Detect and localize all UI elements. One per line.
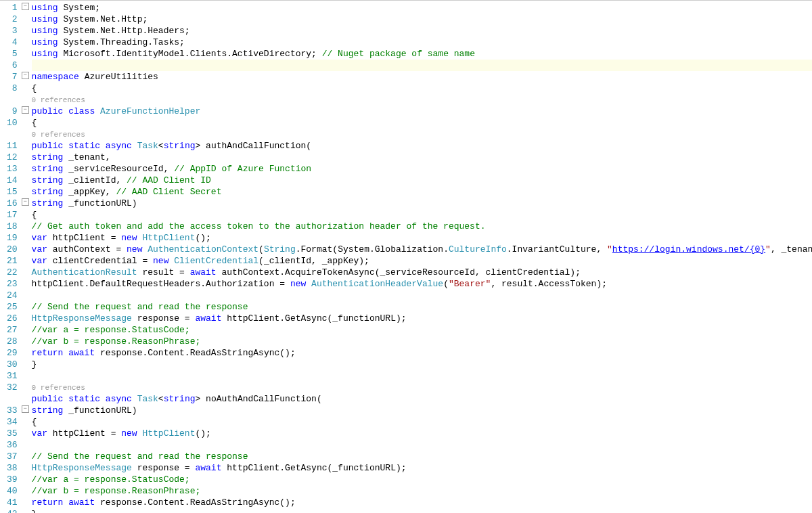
code-line[interactable]: //var b = response.ReasonPhrase; [32,336,812,347]
code-line[interactable]: public static async Task<string> noAuthA… [32,393,812,405]
fold-toggle[interactable]: − [22,198,29,206]
line-number: 12 [7,152,18,163]
code-line[interactable]: var httpClient = new HttpClient(); [32,428,812,439]
line-number: 18 [7,221,18,232]
code-line[interactable]: { [32,209,812,221]
line-number: 3 [7,25,18,37]
line-number: 9 [7,106,18,117]
line-number: 39 [7,474,18,485]
line-number: 30 [7,359,18,370]
line-number: 13 [7,163,18,175]
code-line[interactable]: //var a = response.StatusCode; [32,324,812,336]
line-number: 2 [7,14,18,25]
code-line[interactable]: return await response.Content.ReadAsStri… [32,497,812,508]
line-number: 8 [7,83,18,94]
line-number: 19 [7,232,18,244]
code-line[interactable]: var clientCredential = new ClientCredent… [32,255,812,267]
code-line[interactable]: public static async Task<string> authAnd… [32,140,812,152]
fold-toggle[interactable]: − [22,106,29,114]
code-line[interactable]: using System; [32,2,812,14]
line-number: 11 [7,140,18,152]
line-number: 23 [7,278,18,290]
line-number: 15 [7,186,18,198]
line-number-gutter: 1234567891011121314151617181920212223242… [0,1,22,513]
code-line[interactable]: string _appKey, // AAD Client Secret [32,186,812,198]
code-line[interactable]: } [32,359,812,370]
line-number: 40 [7,485,18,497]
fold-toggle[interactable]: − [22,72,29,79]
code-line[interactable]: { [32,83,812,94]
code-line[interactable]: return await response.Content.ReadAsStri… [32,347,812,359]
line-number: 22 [7,267,18,278]
code-line[interactable]: HttpResponseMessage response = await htt… [32,313,812,324]
code-line[interactable]: httpClient.DefaultRequestHeaders.Authori… [32,278,812,290]
code-line[interactable]: string _tenant, [32,152,812,163]
code-line[interactable]: public class AzureFunctionHelper [32,106,812,117]
line-number: 5 [7,48,18,60]
code-line[interactable]: AuthenticationResult result = await auth… [32,267,812,278]
line-number: 16 [7,198,18,209]
code-line[interactable]: // Send the request and read the respons… [32,451,812,462]
code-line[interactable]: var authContext = new AuthenticationCont… [32,244,812,255]
code-line[interactable]: } [32,508,812,513]
line-number: 27 [7,324,18,336]
line-number: 10 [7,117,18,129]
code-line[interactable]: //var b = response.ReasonPhrase; [32,485,812,497]
code-line[interactable]: namespace AzureUtilities [32,71,812,83]
line-number: 37 [7,451,18,462]
line-number: 21 [7,255,18,267]
codelens[interactable]: 0 references [32,382,812,393]
codelens[interactable]: 0 references [32,94,812,106]
code-line[interactable]: using System.Net.Http.Headers; [32,25,812,37]
line-number: 36 [7,439,18,451]
code-line[interactable]: string _clientId, // AAD Client ID [32,175,812,186]
code-editor[interactable]: 1234567891011121314151617181920212223242… [0,0,812,513]
code-line[interactable]: { [32,416,812,428]
code-line[interactable]: // Get auth token and add the access tok… [32,221,812,232]
line-number: 24 [7,290,18,301]
line-number: 4 [7,37,18,48]
code-line[interactable]: // Send the request and read the respons… [32,301,812,313]
code-line[interactable] [32,60,812,71]
line-number: 35 [7,428,18,439]
code-line[interactable] [32,370,812,382]
line-number: 33 [7,405,18,416]
fold-toggle[interactable]: − [22,405,29,413]
fold-toggle[interactable]: − [22,3,29,10]
code-line[interactable]: { [32,117,812,129]
code-line[interactable] [32,290,812,301]
line-number: 17 [7,209,18,221]
code-line[interactable]: string _serviceResourceId, // AppID of A… [32,163,812,175]
line-number: 1 [7,2,18,14]
line-number: 26 [7,313,18,324]
line-number: 41 [7,497,18,508]
line-number: 32 [7,382,18,393]
line-number: 28 [7,336,18,347]
code-line[interactable]: HttpResponseMessage response = await htt… [32,462,812,474]
codelens[interactable]: 0 references [32,129,812,140]
code-line[interactable]: using System.Net.Http; [32,14,812,25]
code-line[interactable] [32,439,812,451]
line-number: 38 [7,462,18,474]
line-number: 6 [7,60,18,71]
code-line[interactable]: string _functionURL) [32,405,812,416]
code-line[interactable]: string _functionURL) [32,198,812,209]
line-number: 7 [7,71,18,83]
line-number: 29 [7,347,18,359]
line-number: 31 [7,370,18,382]
line-number: 34 [7,416,18,428]
code-text-area[interactable]: using System;using System.Net.Http;using… [29,1,812,513]
outlining-margin[interactable]: −−−−− [22,1,29,513]
line-number: 42 [7,508,18,513]
line-number: 14 [7,175,18,186]
line-number: 25 [7,301,18,313]
line-number: 20 [7,244,18,255]
code-line[interactable]: //var a = response.StatusCode; [32,474,812,485]
code-line[interactable]: using System.Threading.Tasks; [32,37,812,48]
code-line[interactable]: var httpClient = new HttpClient(); [32,232,812,244]
code-line[interactable]: using Microsoft.IdentityModel.Clients.Ac… [32,48,812,60]
